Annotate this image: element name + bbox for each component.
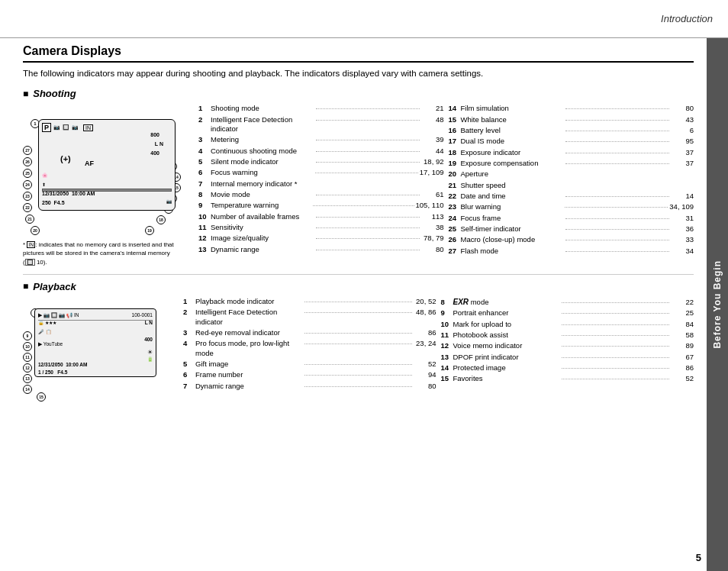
item-page: 94 (414, 370, 436, 379)
shooting-header: Shooting (23, 88, 694, 99)
item-label: Dynamic range (211, 245, 314, 254)
item-page: 48, 86 (414, 308, 436, 317)
list-item: 14Protected image86 (441, 363, 694, 373)
item-number: 1 (198, 104, 211, 113)
list-item: 6Focus warning17, 109 (198, 168, 444, 177)
list-item: 3Metering39 (198, 135, 444, 144)
item-page: 25 (671, 308, 694, 318)
playback-items: 1Playback mode indicator20, 522Intellige… (183, 297, 694, 400)
pb-callout-11: 11 (23, 353, 32, 362)
shooting-diagram: 1 2 3 4 5 6 7 8 9 10 11 12 13 14 15 16 1 (23, 104, 191, 266)
item-label: Shooting mode (211, 104, 314, 113)
item-page: 34, 109 (669, 202, 694, 211)
item-page: 95 (671, 137, 694, 146)
item-label: Movie mode (211, 190, 314, 199)
item-label: Protected image (453, 363, 561, 373)
playback-diagram: 1 2 3 4 5 6 7 8 9 10 11 12 13 14 15 (23, 297, 176, 400)
list-item: 15White balance43 (449, 115, 694, 124)
callout-19: 19 (145, 226, 154, 235)
list-item: 22Date and time14 (449, 192, 694, 201)
list-item: 6Frame number94 (183, 370, 436, 379)
item-label: Pro focus mode, pro low-light mode (195, 339, 303, 358)
pb-callout-10: 10 (23, 342, 32, 351)
playback-section: Playback 1 2 3 4 5 6 7 8 9 10 (23, 281, 694, 400)
item-label: Sensitivity (211, 223, 314, 232)
item-page: 86 (671, 363, 694, 373)
item-label: EXR mode (453, 297, 561, 307)
item-label: Photobook assist (453, 331, 561, 340)
list-item: 17Dual IS mode95 (449, 137, 694, 146)
shooting-items-left: 1Shooting mode212Intelligent Face Detect… (198, 104, 444, 266)
item-number: 25 (449, 224, 461, 234)
item-number: 13 (441, 353, 453, 362)
item-number: 7 (198, 179, 211, 189)
header: Introduction (0, 0, 728, 38)
item-label: Favorites (453, 374, 561, 383)
shooting-section: Shooting 1 2 3 4 5 6 7 8 9 10 11 (23, 88, 694, 266)
item-number: 17 (449, 137, 461, 146)
item-number: 2 (183, 308, 195, 317)
shooting-items: 1Shooting mode212Intelligent Face Detect… (198, 104, 694, 266)
page-title: Camera Displays (23, 44, 694, 63)
item-page: 61 (421, 190, 444, 199)
item-label: Dynamic range (195, 382, 303, 391)
list-item: 2Intelligent Face Detection indicator48,… (183, 308, 436, 327)
list-item: 3Red-eye removal indicator86 (183, 328, 436, 337)
item-number: 5 (198, 157, 211, 166)
item-number: 11 (198, 223, 211, 232)
item-page: 43 (671, 115, 694, 124)
item-label: Date and time (461, 192, 565, 201)
callout-18: 18 (156, 215, 166, 224)
list-item: 19Exposure compensation37 (449, 159, 694, 168)
item-number: 5 (183, 360, 195, 369)
page-number: 5 (696, 552, 701, 563)
item-number: 6 (198, 168, 211, 177)
list-item: 7Dynamic range80 (183, 382, 436, 391)
item-page: 80 (671, 104, 694, 113)
list-item: 9Temperature warning105, 110 (198, 201, 444, 210)
item-page: 22 (671, 298, 694, 307)
list-item: 23Blur warning34, 109 (449, 202, 694, 211)
item-number: 27 (449, 247, 461, 256)
item-label: Silent mode indicator (211, 157, 314, 166)
list-item: 1Playback mode indicator20, 52 (183, 297, 436, 306)
item-page: 36 (671, 224, 694, 234)
pb-callout-9: 9 (23, 331, 32, 340)
item-label: Temperature warning (211, 201, 311, 210)
item-label: Number of available frames (211, 212, 314, 221)
item-label: Exposure compensation (461, 159, 565, 168)
item-number: 21 (449, 181, 461, 190)
item-number: 12 (441, 341, 453, 350)
item-number: 13 (198, 245, 211, 254)
item-page: 14 (671, 192, 694, 201)
item-page: 21 (421, 104, 444, 113)
playback-label: Playback (33, 281, 76, 292)
item-page: 105, 110 (416, 201, 444, 210)
item-number: 2 (198, 115, 211, 124)
main-content: Camera Displays The following indicators… (15, 38, 701, 548)
item-page: 52 (671, 374, 694, 383)
list-item: 24Focus frame31 (449, 214, 694, 223)
callout-24: 24 (23, 180, 32, 189)
item-page: 58 (671, 331, 694, 340)
item-label: Voice memo indicator (453, 341, 561, 350)
list-item: 18Exposure indicator37 (449, 148, 694, 157)
item-label: Blur warning (461, 202, 564, 211)
item-label: Playback mode indicator (195, 297, 303, 306)
list-item: 8EXR mode22 (441, 297, 694, 307)
item-number: 16 (449, 126, 461, 135)
item-number: 9 (441, 308, 453, 318)
item-label: Flash mode (461, 247, 565, 256)
item-page: 39 (421, 135, 444, 144)
item-number: 3 (183, 328, 195, 337)
item-page: 48 (421, 115, 444, 124)
list-item: 20Aperture (449, 169, 694, 179)
item-page: 80 (414, 382, 436, 391)
item-number: 8 (441, 298, 453, 307)
item-label: Focus warning (211, 168, 314, 177)
item-page: 17, 109 (420, 168, 444, 177)
list-item: 16Battery level6 (449, 126, 694, 135)
list-item: 2Intelligent Face Detection indicator48 (198, 115, 444, 134)
item-number: 11 (441, 331, 453, 340)
intro-text: The following indicators may appear duri… (23, 67, 694, 80)
